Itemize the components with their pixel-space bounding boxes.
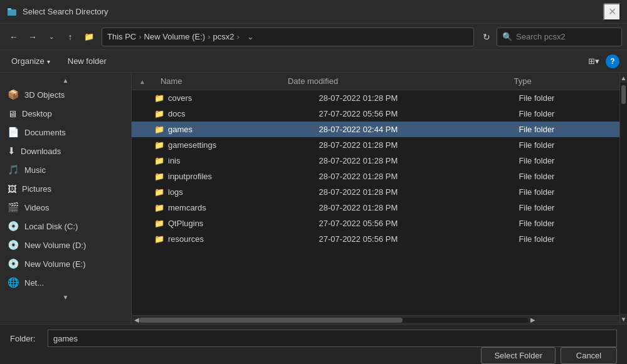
sidebar-item-pictures[interactable]: 🖼 Pictures <box>0 179 131 198</box>
table-row[interactable]: 📁games 28-07-2022 02:44 PM File folder <box>132 122 619 137</box>
new-folder-button[interactable]: New folder <box>64 54 110 68</box>
row-type: File folder <box>511 106 619 122</box>
breadcrumb-pcsx2[interactable]: pcsx2 <box>213 32 234 41</box>
folder-input[interactable] <box>48 330 617 347</box>
toolbar: ← → ⌄ ↑ 📁 This PC › New Volume (E:) › pc… <box>0 24 627 50</box>
close-button[interactable]: ✕ <box>603 3 621 21</box>
table-row[interactable]: 📁covers 28-07-2022 01:28 PM File folder <box>132 90 619 106</box>
row-expand <box>132 169 147 184</box>
file-pane-wrapper: ▲ Name Date modified Type 📁covers 28-07-… <box>132 73 627 324</box>
row-name: 📁covers <box>147 90 312 106</box>
table-row[interactable]: 📁inis 28-07-2022 01:28 PM File folder <box>132 153 619 169</box>
sidebar-item-videos[interactable]: 🎬 Videos <box>0 198 131 217</box>
col-date-header[interactable]: Date modified <box>280 73 507 90</box>
table-row[interactable]: 📁docs 27-07-2022 05:56 PM File folder <box>132 106 619 122</box>
vscroll-up-arrow[interactable]: ▲ <box>620 73 627 83</box>
row-date: 28-07-2022 01:28 PM <box>312 169 512 184</box>
vscroll-down-arrow[interactable]: ▼ <box>620 314 627 324</box>
sidebar-scroll-up[interactable]: ▲ <box>0 75 131 85</box>
sidebar-item-local-disk-c[interactable]: 💿 Local Disk (C:) <box>0 217 131 236</box>
music-icon: 🎵 <box>8 164 19 175</box>
forward-button[interactable]: → <box>24 28 41 46</box>
row-name: 📁inis <box>147 153 312 169</box>
pictures-icon: 🖼 <box>8 184 17 194</box>
network-icon: 🌐 <box>8 277 19 288</box>
sidebar-item-label: Desktop <box>22 109 52 118</box>
search-input[interactable] <box>516 32 616 41</box>
horizontal-scrollbar[interactable]: ◀ ▶ <box>132 315 619 324</box>
hscroll-left-arrow[interactable]: ◀ <box>134 316 139 323</box>
dialog-title: Select Search Directory <box>23 7 603 16</box>
folder-row: Folder: <box>10 330 617 347</box>
row-date: 28-07-2022 01:28 PM <box>312 153 512 169</box>
h-scroll-track <box>139 318 528 323</box>
file-scroll[interactable]: 📁covers 28-07-2022 01:28 PM File folder … <box>132 90 619 315</box>
row-type: File folder <box>511 216 619 231</box>
row-type: File folder <box>511 90 619 106</box>
sidebar-item-music[interactable]: 🎵 Music <box>0 160 131 179</box>
sidebar-item-downloads[interactable]: ⬇ Downloads <box>0 142 131 160</box>
table-row[interactable]: 📁inputprofiles 28-07-2022 01:28 PM File … <box>132 169 619 184</box>
breadcrumb-new-volume-e[interactable]: New Volume (E:) <box>144 32 206 41</box>
row-name: 📁gamesettings <box>147 137 312 153</box>
h-scroll-thumb[interactable] <box>139 318 403 323</box>
row-date: 27-07-2022 05:56 PM <box>312 106 512 122</box>
col-expand-header: ▲ <box>132 73 153 90</box>
folder-icon: 📁 <box>154 93 164 103</box>
vertical-scrollbar[interactable]: ▲ ▼ <box>619 73 627 324</box>
row-date: 28-07-2022 01:28 PM <box>312 184 512 200</box>
folder-icon: 📁 <box>154 203 164 212</box>
sidebar-item-desktop[interactable]: 🖥 Desktop <box>0 104 131 123</box>
sidebar-item-network[interactable]: 🌐 Net... <box>0 273 131 292</box>
dropdown-button[interactable]: ⌄ <box>43 28 60 46</box>
row-date: 28-07-2022 01:28 PM <box>312 90 512 106</box>
table-row[interactable]: 📁resources 27-07-2022 05:56 PM File fold… <box>132 231 619 247</box>
table-row[interactable]: 📁logs 28-07-2022 01:28 PM File folder <box>132 184 619 200</box>
svg-rect-1 <box>8 8 11 10</box>
row-expand <box>132 153 147 169</box>
row-name: 📁docs <box>147 106 312 122</box>
up-button[interactable]: ↑ <box>61 28 79 46</box>
row-type: File folder <box>511 200 619 216</box>
breadcrumb-bar: This PC › New Volume (E:) › pcsx2 › ⌄ <box>102 28 474 46</box>
breadcrumb-this-pc[interactable]: This PC <box>107 32 136 41</box>
row-expand <box>132 106 147 122</box>
row-type: File folder <box>511 169 619 184</box>
row-name: 📁games <box>147 122 312 137</box>
breadcrumb-dropdown-button[interactable]: ⌄ <box>245 28 257 46</box>
folder-icon: 📁 <box>154 125 164 134</box>
folder-icon: 📁 <box>154 234 164 244</box>
title-bar: Select Search Directory ✕ <box>0 0 627 24</box>
sidebar-item-documents[interactable]: 📄 Documents <box>0 123 131 142</box>
vscroll-thumb[interactable] <box>621 85 626 104</box>
row-name: 📁inputprofiles <box>147 169 312 184</box>
help-button[interactable]: ? <box>606 55 619 68</box>
sidebar-item-new-volume-d[interactable]: 💿 New Volume (D:) <box>0 236 131 254</box>
col-type-header[interactable]: Type <box>506 73 619 90</box>
main-content: ▲ 📦 3D Objects 🖥 Desktop 📄 Documents ⬇ D… <box>0 73 627 324</box>
cancel-button[interactable]: Cancel <box>561 347 617 364</box>
sidebar-item-3d-objects[interactable]: 📦 3D Objects <box>0 85 131 104</box>
row-type: File folder <box>511 231 619 247</box>
select-folder-button[interactable]: Select Folder <box>481 347 556 364</box>
table-row[interactable]: 📁gamesettings 28-07-2022 01:28 PM File f… <box>132 137 619 153</box>
row-expand <box>132 231 147 247</box>
organize-button[interactable]: Organize▾ <box>8 54 54 68</box>
col-name-header[interactable]: Name <box>153 73 280 90</box>
view-toggle-button[interactable]: ⊞▾ <box>584 54 603 68</box>
table-row[interactable]: 📁QtPlugins 27-07-2022 05:56 PM File fold… <box>132 216 619 231</box>
refresh-button[interactable]: ↻ <box>478 28 495 46</box>
table-row[interactable]: 📁memcards 28-07-2022 01:28 PM File folde… <box>132 200 619 216</box>
new-volume-d-icon: 💿 <box>8 239 19 251</box>
sidebar-item-new-volume-e[interactable]: 💿 New Volume (E:) <box>0 254 131 273</box>
row-date: 28-07-2022 01:28 PM <box>312 137 512 153</box>
svg-rect-0 <box>8 9 16 16</box>
hscroll-right-arrow[interactable]: ▶ <box>530 316 535 323</box>
sidebar-item-label: Pictures <box>22 184 51 194</box>
back-button[interactable]: ← <box>5 28 23 46</box>
vscroll-track <box>620 83 627 314</box>
sidebar-scroll-down[interactable]: ▼ <box>0 292 131 302</box>
videos-icon: 🎬 <box>8 202 19 213</box>
action-bar: Organize▾ New folder ⊞▾ ? <box>0 50 627 73</box>
row-expand <box>132 137 147 153</box>
